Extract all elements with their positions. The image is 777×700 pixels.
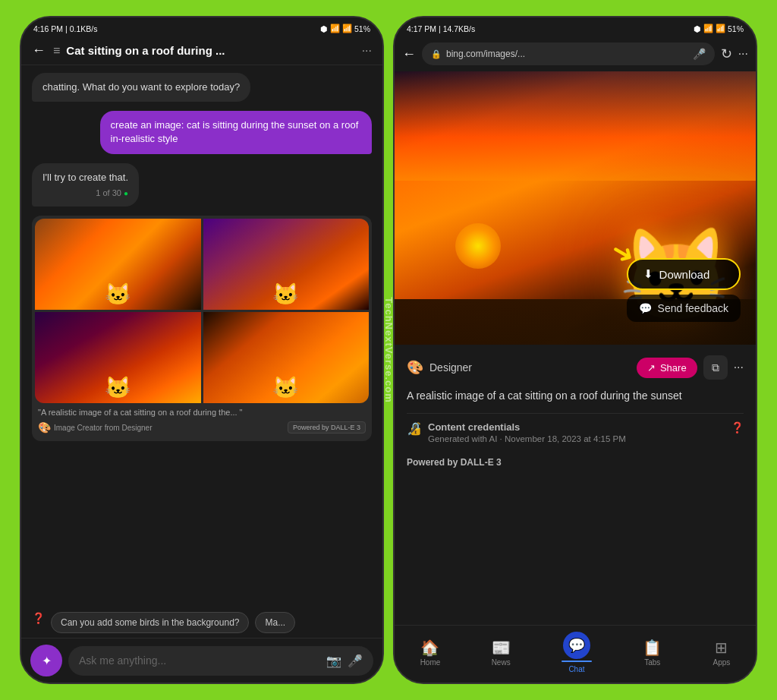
more-options-button[interactable]: ···: [362, 44, 372, 58]
content-more-button[interactable]: ···: [734, 361, 744, 374]
news-icon: 📰: [492, 639, 511, 657]
nav-apps-label: Apps: [713, 658, 731, 667]
copy-icon: ⧉: [712, 361, 719, 374]
image-caption: "A realistic image of a cat sitting on a…: [35, 403, 369, 418]
help-icon: ❓: [32, 612, 45, 633]
signal-icon-2: 📶: [703, 24, 713, 33]
wifi-icon: 📶: [342, 24, 352, 33]
browser-back-button[interactable]: ←: [402, 46, 416, 62]
nav-apps[interactable]: ⊞ Apps: [713, 639, 731, 667]
wifi-icon-2: 📶: [716, 24, 725, 33]
chat-input-bar: ✦ Ask me anything... 📷 🎤: [21, 638, 382, 683]
suggestion-1[interactable]: Can you add some birds in the background…: [51, 612, 249, 633]
status-time-2: 4:17 PM | 14.7KB/s: [407, 24, 475, 33]
nav-home[interactable]: 🏠 Home: [420, 639, 441, 667]
designer-badge: 🎨 Image Creator from Designer: [38, 421, 153, 434]
credentials-title: Content credentials: [428, 421, 626, 433]
browser-content: 🎨 Designer ↗ Share ⧉ ··· A realistic ima…: [395, 345, 756, 625]
suggestions-row: ❓ Can you add some birds in the backgrou…: [21, 607, 382, 638]
message-sent-1: create an image: cat is sitting during t…: [100, 111, 372, 153]
download-overlay: ➜ ⬇ Download 💬 Send feedback: [627, 258, 741, 322]
grid-image-4[interactable]: 🐱: [203, 312, 370, 403]
credentials-icon: 🔏: [407, 421, 422, 436]
url-display: bing.com/images/...: [446, 49, 688, 59]
address-bar[interactable]: 🔒 bing.com/images/... 🎤: [422, 43, 715, 65]
generated-images-grid: 🐱 🐱 🐱: [35, 219, 369, 403]
credentials-info: Generated with AI · November 18, 2023 at…: [428, 434, 626, 443]
nav-home-label: Home: [420, 658, 441, 667]
status-bar-1: 4:16 PM | 0.1KB/s ⬢ 📶 📶 51%: [21, 17, 382, 36]
bluetooth-icon: ⬢: [320, 24, 328, 33]
active-indicator: [562, 661, 592, 662]
status-time-1: 4:16 PM | 0.1KB/s: [33, 24, 97, 33]
back-button[interactable]: ←: [32, 43, 46, 58]
designer-row: 🎨 Designer ↗ Share ⧉ ···: [407, 355, 744, 380]
nav-chat-label: Chat: [568, 665, 584, 673]
watermark: TechNextVerse.com: [383, 297, 395, 403]
sun: [455, 223, 501, 269]
input-placeholder: Ask me anything...: [79, 654, 166, 667]
browser-image-container: 🐱 ➜ ⬇ Download 💬 Send feedback: [395, 71, 756, 345]
microphone-icon[interactable]: 🎤: [348, 654, 363, 668]
browser-header: ← 🔒 bing.com/images/... 🎤 ↻ ···: [395, 36, 756, 71]
download-icon: ⬇: [643, 267, 653, 281]
grid-image-2[interactable]: 🐱: [203, 219, 370, 310]
chat-input-field[interactable]: Ask me anything... 📷 🎤: [68, 646, 373, 676]
status-bar-2: 4:17 PM | 14.7KB/s ⬢ 📶 📶 51%: [395, 17, 756, 36]
nav-tabs[interactable]: 📋 Tabs: [643, 639, 662, 667]
input-icons: 📷 🎤: [326, 654, 363, 668]
menu-icon[interactable]: ≡: [53, 44, 60, 58]
phone-2: 4:17 PM | 14.7KB/s ⬢ 📶 📶 51% ← 🔒 bing.co…: [393, 16, 757, 684]
voice-search-icon[interactable]: 🎤: [693, 48, 706, 60]
credentials-text: Content credentials Generated with AI · …: [428, 421, 626, 443]
refresh-button[interactable]: ↻: [721, 46, 732, 62]
apps-icon: ⊞: [715, 639, 728, 657]
chat-title: Cat sitting on a roof during ...: [66, 44, 361, 57]
bottom-nav: 🏠 Home 📰 News 💬 Chat 📋 Tabs ⊞ Apps: [395, 625, 756, 683]
designer-name: Designer: [429, 361, 472, 374]
copy-button[interactable]: ⧉: [703, 355, 728, 380]
lock-icon: 🔒: [431, 49, 442, 59]
chat-header: ← ≡ Cat sitting on a roof during ... ···: [21, 36, 382, 65]
tabs-icon: 📋: [643, 639, 662, 657]
voice-button[interactable]: ✦: [30, 645, 62, 676]
chat-area: chatting. What do you want to explore to…: [21, 65, 382, 607]
message-received-1: chatting. What do you want to explore to…: [32, 73, 250, 102]
camera-icon[interactable]: 📷: [326, 654, 341, 668]
message-ai-1: I'll try to create that. 1 of 30 ●: [32, 163, 139, 207]
chat-icon: 💬: [563, 632, 590, 659]
nav-news[interactable]: 📰 News: [492, 639, 511, 667]
image-footer: 🎨 Image Creator from Designer Powered by…: [35, 420, 369, 438]
share-icon: ↗: [647, 362, 656, 374]
sky-gradient: [395, 71, 756, 181]
suggestion-2[interactable]: Ma...: [255, 612, 295, 633]
nav-chat[interactable]: 💬 Chat: [562, 632, 592, 673]
download-button[interactable]: ⬇ Download: [627, 258, 741, 290]
home-icon: 🏠: [420, 639, 439, 657]
status-battery-2: ⬢ 📶 📶 51%: [694, 24, 744, 33]
image-title: A realistic image of a cat sitting on a …: [407, 389, 744, 404]
status-battery-1: ⬢ 📶 📶 51%: [320, 24, 370, 33]
feedback-button[interactable]: 💬 Send feedback: [627, 295, 741, 322]
credentials-help-icon[interactable]: ❓: [731, 421, 744, 434]
battery-percent-2: 51%: [728, 24, 744, 33]
credentials-box: 🔏 Content credentials Generated with AI …: [407, 413, 744, 451]
grid-image-3[interactable]: 🐱: [35, 312, 201, 403]
nav-news-label: News: [492, 658, 511, 667]
dalle-powered-badge: Powered by DALL-E 3: [407, 457, 744, 468]
share-button[interactable]: ↗ Share: [637, 358, 697, 378]
sparkle-icon: ✦: [42, 654, 52, 668]
signal-icon: 📶: [330, 24, 340, 33]
feedback-icon: 💬: [639, 302, 652, 314]
dalle-badge: Powered by DALL-E 3: [288, 421, 366, 434]
image-grid-container: 🐱 🐱 🐱: [32, 216, 372, 441]
designer-logo-icon: 🎨: [407, 359, 423, 376]
grid-image-1[interactable]: 🐱: [35, 219, 201, 310]
phone-1: 4:16 PM | 0.1KB/s ⬢ 📶 📶 51% ← ≡ Cat sitt…: [20, 16, 384, 684]
nav-tabs-label: Tabs: [644, 658, 660, 667]
message-count: 1 of 30 ●: [42, 188, 128, 199]
bluetooth-icon-2: ⬢: [694, 24, 701, 33]
battery-icon: 51%: [354, 24, 370, 33]
browser-more-button[interactable]: ···: [738, 47, 748, 61]
status-dot: ●: [124, 189, 128, 197]
